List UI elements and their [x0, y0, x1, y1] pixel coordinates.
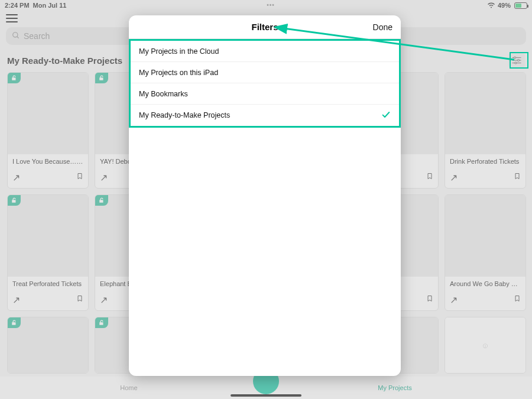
filter-option-cloud[interactable]: My Projects in the Cloud	[131, 41, 399, 62]
modal-title: Filters	[251, 22, 278, 32]
filters-modal: Filters Done My Projects in the Cloud My…	[129, 15, 401, 376]
filter-option-ipad[interactable]: My Projects on this iPad	[131, 62, 399, 83]
check-icon	[381, 110, 391, 121]
filter-option-bookmarks[interactable]: My Bookmarks	[131, 83, 399, 105]
done-button[interactable]: Done	[373, 22, 392, 32]
filter-option-label: My Projects on this iPad	[139, 69, 218, 77]
filter-options-list: My Projects in the Cloud My Projects on …	[129, 39, 401, 128]
filter-option-ready-to-make[interactable]: My Ready-to-Make Projects	[131, 105, 399, 126]
filter-option-label: My Ready-to-Make Projects	[139, 111, 230, 119]
filter-option-label: My Projects in the Cloud	[139, 47, 219, 56]
filter-option-label: My Bookmarks	[139, 90, 188, 98]
